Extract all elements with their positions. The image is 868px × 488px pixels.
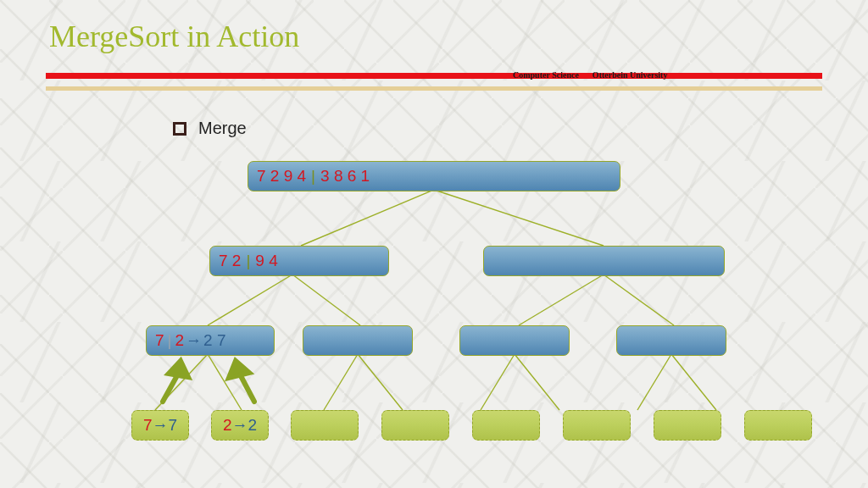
- leaf-empty-8: [744, 410, 812, 441]
- leaf-empty-7: [654, 410, 721, 441]
- leaf-2: 2 → 2: [211, 410, 269, 441]
- svg-line-2: [208, 274, 292, 325]
- l2-sep: |: [168, 331, 172, 350]
- svg-line-4: [519, 274, 604, 325]
- leaf-empty-4: [381, 410, 449, 441]
- node-l2-empty-2: [459, 325, 570, 356]
- leaf-empty-3: [291, 410, 359, 441]
- leaf2-out: 2: [248, 416, 258, 435]
- svg-line-13: [671, 354, 716, 410]
- svg-line-0: [301, 190, 434, 246]
- svg-line-9: [358, 354, 403, 410]
- l2-b: 2: [175, 331, 185, 350]
- node-l1-right-empty: [483, 246, 725, 276]
- leaf-empty-5: [472, 410, 540, 441]
- node-l2-empty-1: [303, 325, 413, 356]
- l2-result: 2 7: [203, 331, 225, 350]
- node-l2-merge: 7 | 2 → 2 7: [146, 325, 275, 356]
- l2-a: 7: [155, 331, 164, 350]
- leaf2-arrow: →: [232, 416, 248, 435]
- svg-line-12: [637, 354, 671, 410]
- l2-arrow: →: [186, 331, 202, 350]
- node-l1-left: 7 2 | 9 4: [209, 246, 389, 276]
- node-l2-empty-3: [616, 325, 726, 356]
- svg-line-8: [324, 354, 358, 410]
- node-root: 7 2 9 4 | 3 8 6 1: [248, 161, 620, 191]
- svg-line-5: [604, 274, 674, 325]
- l1l-sep: |: [246, 252, 250, 270]
- svg-line-3: [292, 274, 360, 325]
- svg-line-1: [434, 190, 604, 246]
- svg-marker-15: [169, 361, 188, 377]
- leaf1-in: 7: [143, 416, 153, 435]
- root-sep: |: [311, 167, 315, 186]
- l1l-right: 9 4: [255, 252, 277, 270]
- svg-line-10: [481, 354, 515, 410]
- leaf2-in: 2: [223, 416, 232, 435]
- root-left: 7 2 9 4: [257, 167, 306, 186]
- leaf-1: 7 → 7: [131, 410, 189, 441]
- leaf-empty-6: [563, 410, 631, 441]
- leaf1-out: 7: [169, 416, 178, 435]
- diagram-canvas: 7 2 9 4 | 3 8 6 1 7 2 | 9 4 7 | 2 → 2 7 …: [0, 0, 868, 488]
- leaf1-arrow: →: [153, 416, 169, 435]
- svg-marker-17: [229, 361, 249, 378]
- svg-line-11: [515, 354, 559, 410]
- root-right: 3 8 6 1: [320, 167, 370, 186]
- l1l-left: 7 2: [219, 252, 241, 270]
